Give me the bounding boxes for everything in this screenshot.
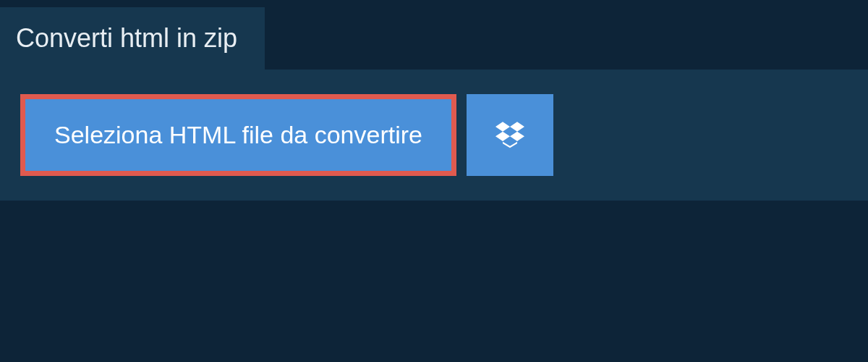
tab-convert[interactable]: Converti html in zip	[0, 7, 265, 70]
select-file-button-label: Seleziona HTML file da convertire	[54, 121, 422, 149]
dropbox-button[interactable]	[467, 94, 553, 176]
convert-panel: Seleziona HTML file da convertire	[0, 70, 868, 201]
select-file-button[interactable]: Seleziona HTML file da convertire	[20, 94, 456, 176]
tab-label: Converti html in zip	[16, 23, 237, 53]
dropbox-icon	[495, 119, 524, 151]
